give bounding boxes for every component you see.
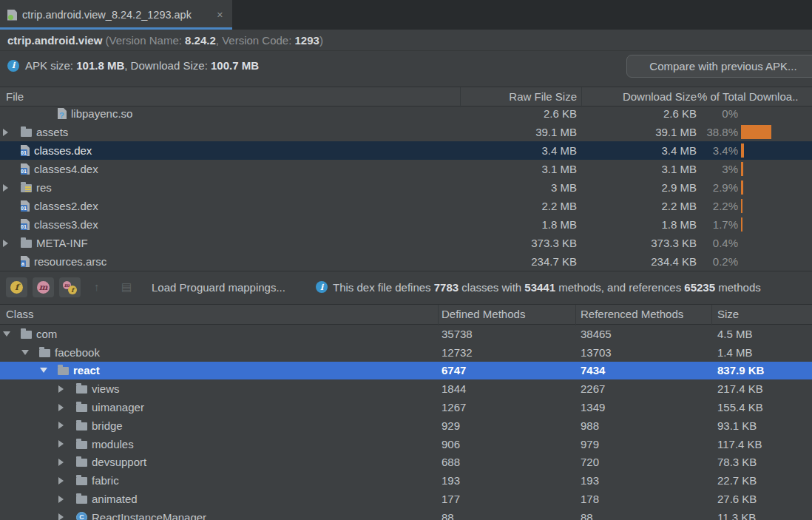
generate-keep-rules-icon: ▤ <box>121 280 132 294</box>
apk-name: ctrip.android.view <box>7 34 102 47</box>
column-divider <box>711 305 712 325</box>
resources-folder-icon <box>21 184 32 192</box>
class-tree: com 35738 38465 4.5 MB facebook 12732 13… <box>0 325 812 520</box>
package-folder-icon <box>76 459 87 467</box>
size-bar <box>741 143 744 158</box>
column-header-download-size[interactable]: Download Size <box>586 90 697 103</box>
dex-summary-text: This dex file defines 7783 classes with … <box>333 281 761 294</box>
version-name: 8.24.2 <box>185 34 216 47</box>
close-icon[interactable]: ✕ <box>215 10 225 20</box>
load-proguard-mappings-button[interactable]: Load Proguard mappings... <box>152 281 285 294</box>
class-row-uimanager[interactable]: uimanager 1267 1349 155.4 KB <box>0 398 812 416</box>
package-folder-icon <box>21 331 32 339</box>
dex-toolbar: f m m f ↑ ▤ Load Proguard mappings... i … <box>0 271 812 304</box>
package-folder-icon <box>58 367 69 375</box>
package-folder-icon <box>76 422 87 430</box>
table-row-libpayenc-so[interactable]: ? libpayenc.so 2.6 KB 2.6 KB 0% <box>0 104 812 123</box>
column-header-class[interactable]: Class <box>6 308 34 320</box>
info-icon: i <box>7 60 19 72</box>
class-row-bridge[interactable]: bridge 929 988 93.1 KB <box>0 416 812 435</box>
size-bar <box>741 162 743 176</box>
tab-title: ctrip.android.view_8.24.2_1293.apk <box>22 9 192 21</box>
table-row-classes-dex[interactable]: 01 classes.dex 3.4 MB 3.4 MB 3.4% <box>0 141 812 160</box>
apk-header: ctrip.android.view (Version Name: 8.24.2… <box>0 30 812 87</box>
chevron-right-icon[interactable] <box>58 513 64 520</box>
class-row-views[interactable]: views 1844 2267 217.4 KB <box>0 379 812 398</box>
chevron-right-icon[interactable] <box>3 184 8 192</box>
folder-icon <box>21 240 32 248</box>
version-open: (Version Name: <box>106 34 186 47</box>
dex-file-icon: 01 <box>21 200 30 212</box>
column-header-file[interactable]: File <box>6 90 24 103</box>
arsc-file-icon: a <box>21 256 30 267</box>
apk-size-line: i APK size: 101.8 MB, Download Size: 100… <box>7 59 259 72</box>
column-divider <box>460 87 461 107</box>
class-row-reactinstancemanager[interactable]: C ReactInstanceManager 88 88 11.3 KB <box>0 508 812 520</box>
chevron-right-icon[interactable] <box>58 459 64 466</box>
size-bar <box>741 125 771 139</box>
file-table-header: File Raw File Size Download Size % of To… <box>0 87 812 107</box>
package-folder-icon <box>76 441 87 449</box>
column-header-defined-methods[interactable]: Defined Methods <box>441 308 525 320</box>
show-fields-button[interactable]: f <box>6 277 27 297</box>
apk-title-line: ctrip.android.view (Version Name: 8.24.2… <box>0 30 812 51</box>
table-row-classes2-dex[interactable]: 01 classes2.dex 2.2 MB 2.2 MB 2.2% <box>0 197 812 215</box>
tab-apk-file[interactable]: ctrip.android.view_8.24.2_1293.apk ✕ <box>0 0 232 30</box>
chevron-right-icon[interactable] <box>58 404 64 411</box>
class-row-fabric[interactable]: fabric 193 193 22.7 KB <box>0 471 812 490</box>
chevron-right-icon[interactable] <box>3 240 8 247</box>
chevron-right-icon[interactable] <box>3 129 8 136</box>
package-folder-icon <box>76 477 87 485</box>
chevron-down-icon[interactable] <box>40 368 47 373</box>
column-divider <box>575 305 576 325</box>
class-icon: C <box>76 512 87 520</box>
editor-tab-bar: ctrip.android.view_8.24.2_1293.apk ✕ <box>0 0 812 30</box>
unknown-file-icon: ? <box>58 108 67 119</box>
apk-size-text: APK size: 101.8 MB, Download Size: 100.7… <box>25 59 259 72</box>
chevron-right-icon[interactable] <box>58 385 64 393</box>
class-table-header: Class Defined Methods Referenced Methods… <box>0 304 812 325</box>
table-row-assets[interactable]: assets 39.1 MB 39.1 MB 38.8% <box>0 123 812 141</box>
file-tree: ? libpayenc.so 2.6 KB 2.6 KB 0% assets 3… <box>0 104 812 271</box>
package-folder-icon <box>76 385 87 394</box>
show-methods-button[interactable]: m <box>33 277 54 297</box>
dex-file-icon: 01 <box>21 219 30 230</box>
column-header-raw-file-size[interactable]: Raw File Size <box>460 90 577 103</box>
class-row-react[interactable]: react 6747 7434 837.9 KB <box>0 362 812 380</box>
info-icon: i <box>316 281 328 293</box>
table-row-resources-arsc[interactable]: a resources.arsc 234.7 KB 234.4 KB 0.2% <box>0 252 812 271</box>
class-row-devsupport[interactable]: devsupport 688 720 78.3 KB <box>0 453 812 472</box>
compare-previous-apk-button[interactable]: Compare with previous APK... <box>626 55 812 78</box>
expand-references-icon: ↑ <box>94 280 100 293</box>
package-folder-icon <box>76 404 87 412</box>
size-bar <box>741 217 742 232</box>
table-row-res[interactable]: res 3 MB 2.9 MB 2.9% <box>0 178 812 197</box>
chevron-right-icon[interactable] <box>58 422 64 429</box>
chevron-down-icon[interactable] <box>21 350 29 355</box>
class-row-facebook[interactable]: facebook 12732 13703 1.4 MB <box>0 343 812 362</box>
size-bar <box>741 180 743 195</box>
table-row-meta-inf[interactable]: META-INF 373.3 KB 373.3 KB 0.4% <box>0 234 812 252</box>
table-row-classes4-dex[interactable]: 01 classes4.dex 3.1 MB 3.1 MB 3% <box>0 160 812 178</box>
chevron-right-icon[interactable] <box>58 496 64 503</box>
column-header-size[interactable]: Size <box>717 308 739 320</box>
dex-file-icon: 01 <box>21 145 30 156</box>
methods-icon: m <box>37 281 50 294</box>
chevron-right-icon[interactable] <box>58 440 64 448</box>
chevron-down-icon[interactable] <box>3 331 10 337</box>
chevron-right-icon[interactable] <box>58 477 64 484</box>
table-row-classes3-dex[interactable]: 01 classes3.dex 1.8 MB 1.8 MB 1.7% <box>0 215 812 234</box>
column-divider <box>438 305 439 325</box>
package-folder-icon <box>39 349 50 357</box>
class-row-modules[interactable]: modules 906 979 117.4 KB <box>0 435 812 453</box>
fields-icon: f <box>10 281 23 294</box>
show-all-button[interactable]: m f <box>59 277 81 297</box>
apk-analyzer-window: ctrip.android.view_8.24.2_1293.apk ✕ ctr… <box>0 0 812 520</box>
apk-file-icon <box>7 10 17 21</box>
class-row-animated[interactable]: animated 177 178 27.6 KB <box>0 490 812 508</box>
column-header-referenced-methods[interactable]: Referenced Methods <box>581 308 683 320</box>
version-mid: , Version Code: <box>216 34 295 47</box>
column-header-percent-of-total[interactable]: % of Total Downloa.. <box>697 90 812 103</box>
class-row-com[interactable]: com 35738 38465 4.5 MB <box>0 325 812 343</box>
dex-file-icon: 01 <box>21 163 30 175</box>
